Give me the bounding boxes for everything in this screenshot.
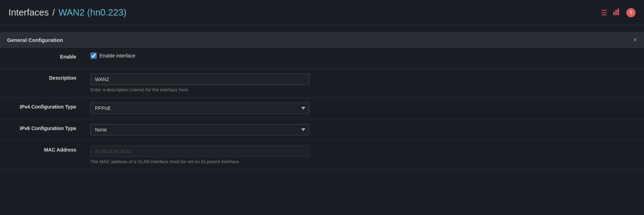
ipv6-config-type-row: IPv6 Configuration Type None Static DHCP… bbox=[0, 119, 644, 141]
ipv6-config-type-value-cell: None Static DHCP6 SLAAC Track Interface … bbox=[85, 119, 644, 140]
mac-address-row: MAC Address The MAC address of a VLAN in… bbox=[0, 141, 644, 170]
mac-address-help-text: The MAC address of a VLAN interface must… bbox=[90, 159, 636, 164]
page-header: Interfaces / WAN2 (hn0.223) ☰ ? bbox=[0, 0, 644, 25]
chart-icon[interactable] bbox=[613, 8, 621, 17]
description-label: Description bbox=[0, 69, 85, 87]
ipv6-config-type-label: IPv6 Configuration Type bbox=[0, 119, 85, 137]
svg-rect-1 bbox=[615, 10, 617, 15]
section-header: General Configuration × bbox=[0, 32, 644, 48]
breadcrumb-interfaces: Interfaces bbox=[8, 7, 49, 18]
mac-address-input[interactable] bbox=[90, 146, 309, 157]
description-input[interactable] bbox=[90, 74, 309, 85]
mac-address-value-cell: The MAC address of a VLAN interface must… bbox=[85, 141, 644, 169]
breadcrumb-interface-name: WAN2 (hn0.223) bbox=[58, 7, 126, 18]
general-configuration-section: General Configuration × Enable Enable in… bbox=[0, 32, 644, 170]
section-close-button[interactable]: × bbox=[633, 36, 637, 44]
ipv4-config-type-value-cell: None Static DHCP PPPoE PPP bbox=[85, 98, 644, 119]
svg-rect-0 bbox=[613, 12, 615, 15]
breadcrumb-separator: / bbox=[52, 7, 55, 18]
description-help-text: Enter a description (name) for the inter… bbox=[90, 87, 636, 92]
filter-icon[interactable]: ☰ bbox=[601, 9, 607, 16]
enable-checkbox-wrapper: Enable interface bbox=[90, 53, 636, 59]
enable-row: Enable Enable interface bbox=[0, 48, 644, 69]
ipv4-config-type-label: IPv4 Configuration Type bbox=[0, 98, 85, 116]
header-actions: ☰ ? bbox=[601, 8, 636, 17]
section-title: General Configuration bbox=[7, 37, 63, 43]
enable-checkbox-label[interactable]: Enable interface bbox=[100, 53, 135, 59]
ipv4-config-type-row: IPv4 Configuration Type None Static DHCP… bbox=[0, 98, 644, 119]
breadcrumb: Interfaces / WAN2 (hn0.223) bbox=[8, 7, 126, 18]
enable-checkbox[interactable] bbox=[90, 53, 97, 59]
help-icon[interactable]: ? bbox=[626, 8, 636, 17]
enable-value-cell: Enable interface bbox=[85, 48, 644, 64]
enable-label: Enable bbox=[0, 48, 85, 66]
ipv6-config-type-select[interactable]: None Static DHCP6 SLAAC Track Interface … bbox=[90, 124, 309, 135]
description-row: Description Enter a description (name) f… bbox=[0, 69, 644, 98]
svg-rect-2 bbox=[618, 8, 619, 15]
ipv4-config-type-select[interactable]: None Static DHCP PPPoE PPP bbox=[90, 103, 309, 114]
description-value-cell: Enter a description (name) for the inter… bbox=[85, 69, 644, 97]
mac-address-label: MAC Address bbox=[0, 141, 85, 159]
